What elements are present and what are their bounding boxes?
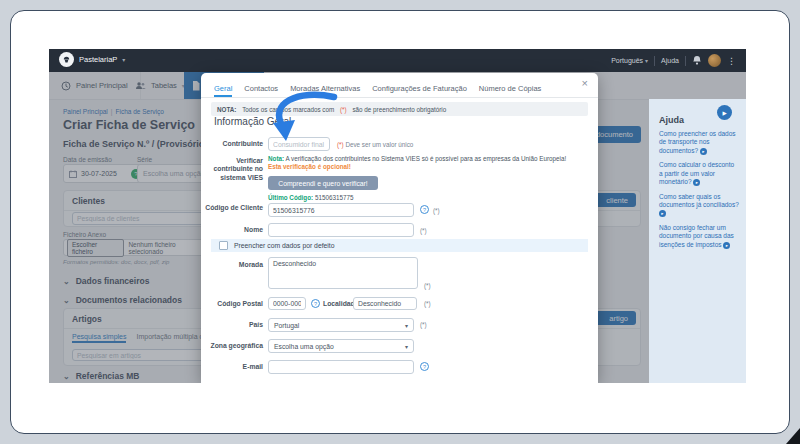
modal-section-heading: Informação Geral — [214, 116, 291, 127]
localidade-label: Localidade — [323, 300, 351, 308]
question-circle-icon[interactable]: ? — [420, 362, 429, 371]
play-circle-icon: ▸ — [659, 210, 666, 217]
localidade-input[interactable] — [353, 297, 417, 310]
help-sidebar: ▶ Ajuda Como preencher os dados de trans… — [649, 99, 746, 383]
nome-input[interactable] — [268, 223, 414, 237]
browser-card: PastelariaP ▾ Português ▾ Ajuda ⋮ Pai — [10, 10, 790, 434]
help-link[interactable]: Não consigo fechar um documento por caus… — [659, 224, 739, 249]
help-link[interactable]: Como preencher os dados de transporte no… — [659, 130, 739, 155]
kebab-menu-icon[interactable]: ⋮ — [727, 56, 736, 66]
bell-icon[interactable] — [692, 55, 702, 66]
help-link[interactable]: Como calcular o desconto a partir de um … — [659, 161, 739, 186]
modal-dialog: × Geral Contactos Moradas Alternativas C… — [201, 73, 598, 383]
divider — [654, 56, 655, 66]
tab-contactos[interactable]: Contactos — [244, 84, 278, 97]
question-circle-icon[interactable]: ? — [311, 299, 320, 308]
defaults-checkbox-label: Preencher com dados por defeito — [234, 242, 335, 249]
required-fields-note: NOTA: Todos os campos marcados com (*) s… — [211, 102, 588, 116]
play-circle-icon: ▸ — [700, 148, 707, 155]
defaults-band: Preencher com dados por defeito — [211, 239, 588, 252]
required-star: (*) — [424, 300, 431, 307]
vies-note: Nota: A verificação dos contribuintes no… — [268, 155, 580, 171]
caret-down-icon: ▾ — [405, 343, 408, 350]
contribuinte-label: Contribuinte — [201, 140, 263, 148]
brand-menu[interactable]: PastelariaP ▾ — [59, 52, 125, 67]
help-toggle-button[interactable]: ▶ — [717, 105, 732, 120]
avatar[interactable] — [708, 54, 721, 67]
required-star: (*) — [420, 227, 427, 234]
vies-verify-button[interactable]: Compreendi e quero verificar! — [268, 176, 378, 190]
play-circle-icon: ▸ — [693, 179, 700, 186]
ultimo-codigo: Último Código: 51506315775 — [268, 194, 353, 202]
pais-value: Portugal — [274, 322, 299, 329]
tab-moradas-alternativas[interactable]: Moradas Alternativas — [290, 84, 360, 97]
tab-configuracoes-faturacao[interactable]: Configurações de Faturação — [372, 84, 467, 97]
email-input[interactable] — [268, 360, 414, 374]
caret-down-icon: ▾ — [645, 58, 648, 64]
brand-logo-icon — [59, 52, 74, 67]
play-icon: ▶ — [722, 110, 726, 116]
zona-select[interactable]: Escolha uma opção▾ — [268, 339, 414, 353]
required-star: (*) — [420, 321, 427, 328]
contribuinte-hint: (*) Deve ser um valor único — [337, 141, 413, 148]
language-selector[interactable]: Português ▾ — [611, 57, 648, 64]
codigo-cliente-input[interactable] — [268, 203, 414, 217]
pais-select[interactable]: Portugal▾ — [268, 318, 414, 332]
morada-label: Morada — [201, 261, 263, 269]
caret-down-icon: ▾ — [122, 56, 125, 63]
nome-label: Nome — [201, 226, 263, 234]
screenshot-stage: PastelariaP ▾ Português ▾ Ajuda ⋮ Pai — [0, 0, 800, 444]
cupcake-icon — [62, 55, 71, 64]
help-link[interactable]: Como saber quais os documentos já concil… — [659, 193, 739, 218]
vies-label: Verificar contribuinte no sistema VIES — [201, 157, 263, 182]
tab-geral[interactable]: Geral — [214, 84, 232, 97]
zona-label: Zona geográfica — [201, 342, 263, 350]
caret-down-icon: ▾ — [405, 322, 408, 329]
help-title: Ajuda — [659, 115, 684, 125]
codigo-postal-label: Código Postal — [201, 300, 263, 308]
pais-label: País — [201, 321, 263, 329]
help-links: Como preencher os dados de transporte no… — [659, 130, 739, 255]
top-navbar: PastelariaP ▾ Português ▾ Ajuda ⋮ — [49, 49, 746, 72]
codigo-postal-input[interactable] — [268, 297, 306, 310]
contribuinte-input[interactable] — [268, 137, 330, 151]
required-star: (*) — [424, 282, 431, 289]
tab-numero-copias[interactable]: Número de Cópias — [479, 84, 542, 97]
morada-textarea[interactable]: Desconhecido — [268, 257, 418, 289]
question-circle-icon[interactable]: ? — [420, 205, 429, 214]
codigo-cliente-label: Código de Cliente — [201, 204, 263, 212]
help-menu-link[interactable]: Ajuda — [661, 57, 679, 64]
zona-value: Escolha uma opção — [274, 343, 334, 350]
email-label: E-mail — [201, 363, 263, 371]
modal-tabs: Geral Contactos Moradas Alternativas Con… — [201, 79, 598, 98]
defaults-checkbox[interactable] — [219, 241, 228, 250]
app-window: PastelariaP ▾ Português ▾ Ajuda ⋮ Pai — [49, 49, 746, 383]
play-circle-icon: ▸ — [723, 242, 730, 249]
brand-name: PastelariaP — [79, 55, 117, 64]
required-star: (*) — [433, 207, 440, 214]
navbar-right: Português ▾ Ajuda ⋮ — [611, 49, 736, 72]
cursor-artifact — [786, 428, 800, 444]
divider — [685, 56, 686, 66]
